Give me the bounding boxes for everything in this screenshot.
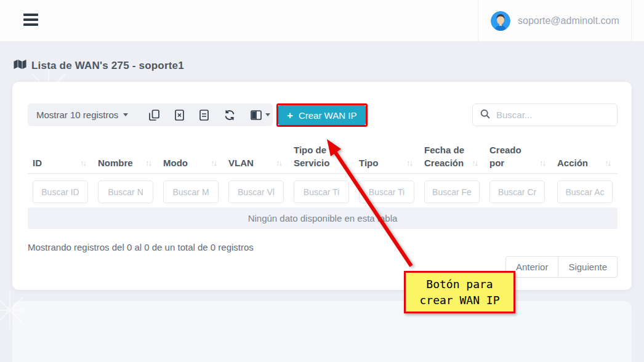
sort-icon: ↑↓ [143,156,151,169]
filter-cell [552,180,618,203]
sort-icon: ↑↓ [602,156,610,169]
filter-input-tipo[interactable] [359,180,414,203]
column-header-tipo[interactable]: Tipo↑↓ [354,156,419,169]
search-input[interactable] [496,110,619,120]
filter-cell [485,180,552,203]
next-page-button[interactable]: Siguiente [558,256,618,278]
annotation-tooltip-line2: crear WAN IP [419,292,499,308]
filter-input-modo[interactable] [163,180,219,203]
page-body: Lista de WAN's 275 - soporte1 Mostrar 10… [0,42,644,362]
file-export-icon[interactable] [199,110,209,121]
column-header-id[interactable]: ID↑↓ [28,156,93,169]
table-header-row: ID↑↓Nombre↑↓Modo↑↓VLAN↑↓Tipo de Servicio… [28,139,618,174]
column-label: Tipo de Servicio [294,143,339,169]
filter-cell [354,180,419,203]
filter-cell [223,180,289,203]
filter-input-fecha-creacion[interactable] [424,180,480,203]
filter-input-tipo-servicio[interactable] [294,180,349,203]
top-navbar: soporte@adminolt.com [0,0,644,42]
filter-input-id[interactable] [33,180,88,203]
empty-table-message: Ningún dato disponible en esta tabla [28,207,618,229]
chevron-down-icon [123,113,128,116]
table-toolbar: Mostrar 10 registros [28,103,273,126]
plus-icon: + [287,110,293,121]
create-wan-ip-button[interactable]: + Crear WAN IP [278,105,366,125]
sort-icon: ↑↓ [208,156,216,169]
lower-panel [12,301,632,362]
user-avatar-icon [491,11,510,31]
column-label: Nombre [98,156,133,169]
filter-cell [93,180,158,203]
filter-input-creado-por[interactable] [489,180,545,203]
filter-input-vlan[interactable] [228,180,284,203]
column-header-creado-por[interactable]: Creado por↑↓ [485,143,552,169]
column-header-tipo-servicio[interactable]: Tipo de Servicio↑↓ [289,143,354,169]
filter-cell [289,180,354,203]
refresh-icon[interactable] [224,110,235,121]
column-header-fecha-creacion[interactable]: Fecha de Creación↑↓ [419,143,485,169]
filter-cell [158,180,223,203]
sort-icon: ↑↓ [273,156,281,169]
page-title-text: Lista de WAN's 275 - soporte1 [31,60,184,72]
excel-export-icon[interactable] [175,110,184,121]
column-header-nombre[interactable]: Nombre↑↓ [93,156,158,169]
annotation-tooltip-line1: Botón para [426,276,493,292]
filter-cell [419,180,485,203]
column-label: Tipo [359,156,378,169]
filter-cell [28,180,93,203]
wan-list-card: Mostrar 10 registros [12,82,632,290]
table-search [472,103,618,126]
entries-per-page-dropdown[interactable]: Mostrar 10 registros [36,110,128,120]
annotation-highlight-frame: + Crear WAN IP [276,103,368,127]
column-label: VLAN [228,156,254,169]
copy-icon[interactable] [149,110,159,121]
user-menu[interactable]: soporte@adminolt.com [478,0,632,42]
annotation-tooltip: Botón para crear WAN IP [404,271,515,313]
user-email: soporte@adminolt.com [518,15,619,26]
column-header-modo[interactable]: Modo↑↓ [158,156,223,169]
map-icon [14,59,26,72]
column-label: Modo [163,156,188,169]
column-visibility-icon[interactable] [251,110,270,120]
table-info-text: Mostrando registros del 0 al 0 de un tot… [28,242,254,252]
column-label: Fecha de Creación [424,143,469,169]
column-header-vlan[interactable]: VLAN↑↓ [223,156,289,169]
chevron-down-icon [265,113,270,116]
sort-icon: ↑↓ [78,156,86,169]
sort-icon: ↑↓ [537,156,545,169]
table-filter-row [28,180,618,203]
page-title: Lista de WAN's 275 - soporte1 [14,59,184,72]
search-icon [480,109,490,121]
column-label: Acción [557,156,588,169]
column-label: ID [33,156,42,169]
filter-input-nombre[interactable] [98,180,153,203]
menu-toggle-icon[interactable] [23,14,39,28]
sort-icon: ↑↓ [404,156,412,169]
column-label: Creado por [489,143,537,169]
pagination: Anterior Siguiente [505,256,618,278]
sort-icon: ↑↓ [469,156,477,169]
column-header-accion[interactable]: Acción↑↓ [552,156,618,169]
sort-icon: ↑↓ [339,156,347,169]
filter-input-accion[interactable] [557,180,613,203]
